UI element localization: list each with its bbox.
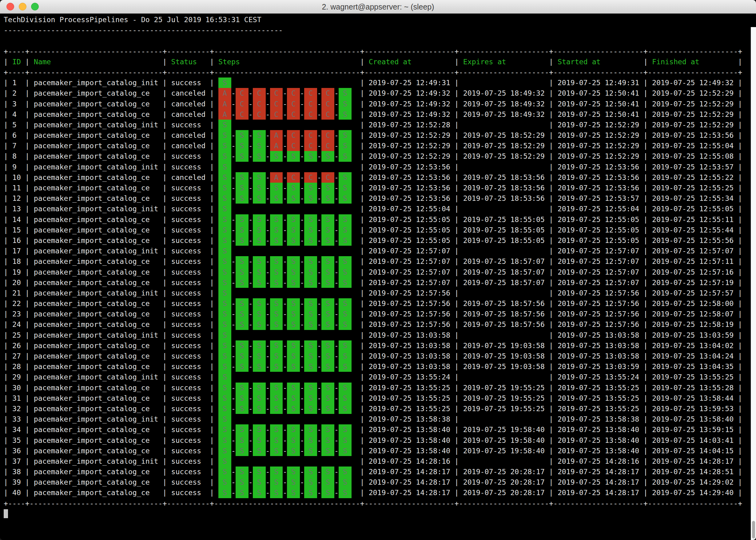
step-connector: - (266, 226, 270, 234)
step-cell-success: S (253, 351, 266, 361)
row-text: | 2019-07-25 12:49:32 | 2019-07-25 18:49… (352, 110, 742, 118)
step-cell-success: S (253, 424, 266, 435)
row-text: | 3 | pacemaker_import_catalog_ce | canc… (4, 100, 219, 108)
table-row: | 37 | pacemaker_import_catalog_init | s… (4, 456, 742, 467)
step-cell-success: S (219, 256, 231, 267)
table-row: | 27 | pacemaker_import_catalog_ce | suc… (4, 351, 742, 361)
step-connector: - (334, 488, 339, 497)
step-cell-success: S (270, 487, 283, 498)
step-connector: - (248, 362, 253, 370)
prompt-line (4, 509, 742, 519)
step-connector: - (334, 383, 339, 392)
step-cell-success: S (270, 277, 283, 288)
step-connector: - (334, 447, 339, 455)
step-connector: - (334, 236, 339, 244)
step-cell-success: S (287, 446, 300, 456)
step-cell-success: S (304, 277, 317, 288)
step-cell-success: S (287, 256, 300, 267)
table-row: | 2 | pacemaker_import_catalog_ce | canc… (4, 88, 742, 98)
step-connector: - (266, 447, 270, 455)
step-connector: - (317, 488, 321, 497)
step-connector: - (334, 152, 339, 160)
step-cell-success: S (339, 151, 352, 162)
step-cell-success: S (321, 193, 334, 203)
step-connector: - (300, 257, 304, 265)
step-connector: - (334, 226, 339, 234)
step-cell-success: S (287, 183, 300, 193)
step-cell-success: S (304, 183, 317, 193)
step-cell-success: S (321, 393, 334, 403)
table-border-bottom: +----+-------------------------------+--… (4, 498, 742, 509)
step-cell-success: S (235, 141, 248, 151)
step-connector: - (317, 236, 321, 244)
step-cell-success: S (304, 298, 317, 309)
step-connector: - (300, 488, 304, 497)
step-connector: - (266, 268, 270, 276)
step-connector: - (317, 320, 321, 329)
step-cell-success: S (253, 477, 266, 487)
step-cell-success: S (321, 446, 334, 456)
step-cell-success: S (287, 487, 300, 498)
step-connector: - (231, 383, 235, 392)
step-cell-success: S (304, 487, 317, 498)
row-text: | 2019-07-25 12:52:29 | 2019-07-25 18:52… (352, 141, 742, 150)
step-cell-success: S (253, 487, 266, 498)
step-connector: - (283, 404, 287, 413)
row-text: | 2019-07-25 12:57:07 | 2019-07-25 18:57… (352, 257, 742, 265)
step-connector: - (283, 152, 287, 160)
step-cell-success: S (270, 477, 283, 487)
terminal-screen[interactable]: TechDivision ProcessPipelines - Do 25 Ju… (0, 14, 756, 540)
step-cell-success: S (339, 277, 352, 288)
step-connector: - (317, 468, 321, 476)
step-cell-success: S (270, 193, 283, 203)
step-connector: - (283, 447, 287, 455)
step-cell-success: S (339, 477, 352, 487)
column-header-status: Status (171, 58, 206, 66)
step-cell-failed: C (321, 88, 334, 98)
step-cell-success: S (339, 309, 352, 319)
step-connector: - (317, 362, 321, 370)
step-connector: - (317, 257, 321, 265)
step-cell-failed: A (270, 172, 283, 183)
table-row: | 28 | pacemaker_import_catalog_ce | suc… (4, 361, 742, 372)
column-header-steps: Steps (219, 58, 356, 66)
step-connector: - (231, 394, 235, 402)
step-cell-success: S (321, 424, 334, 435)
scrollbar-thumb[interactable] (752, 521, 755, 538)
step-cell-failed: C (287, 99, 300, 109)
step-cell-success: S (270, 235, 283, 246)
step-cell-success: S (304, 477, 317, 487)
step-connector: - (300, 194, 304, 202)
step-connector: - (317, 310, 321, 318)
step-connector: - (266, 184, 270, 192)
step-connector: - (300, 110, 304, 118)
step-connector: - (248, 100, 253, 108)
step-cell-success: S (253, 151, 266, 162)
step-connector: - (266, 341, 270, 350)
step-cell-success: S (219, 172, 231, 183)
border-text: +----+-------------------------------+--… (4, 68, 742, 76)
step-connector: - (317, 404, 321, 413)
step-cell-success: S (235, 382, 248, 393)
step-cell-success: S (339, 319, 352, 330)
step-cell-success: S (253, 235, 266, 246)
step-connector: - (248, 110, 253, 118)
step-cell-success: S (235, 403, 248, 414)
step-connector: - (266, 436, 270, 444)
step-cell-success: S (287, 435, 300, 446)
step-cell-success: S (304, 340, 317, 351)
step-cell-success: S (219, 193, 231, 203)
step-connector: - (283, 383, 287, 392)
row-text: | 4 | pacemaker_import_catalog_ce | canc… (4, 110, 219, 118)
table-row: | 22 | pacemaker_import_catalog_ce | suc… (4, 298, 742, 309)
step-connector: - (248, 226, 253, 234)
step-connector: - (266, 100, 270, 108)
step-cell-success: S (339, 382, 352, 393)
window-titlebar[interactable]: 2. wagnert@appserver: ~ (sleep) (0, 0, 756, 14)
row-text: | 2019-07-25 12:57:56 | 2019-07-25 18:57… (352, 310, 742, 318)
step-connector: - (317, 173, 321, 182)
step-cell-success: S (253, 225, 266, 235)
step-connector: - (300, 152, 304, 160)
scrollbar-track[interactable] (751, 27, 756, 540)
row-text: | 21 | pacemaker_import_catalog_init | s… (4, 289, 219, 297)
